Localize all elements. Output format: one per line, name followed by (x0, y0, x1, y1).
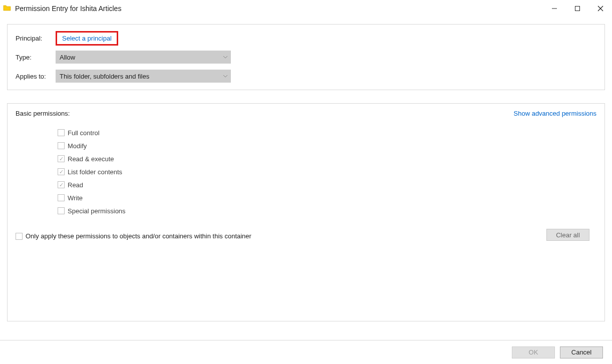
chevron-down-icon (223, 73, 228, 80)
select-principal-link[interactable]: Select a principal (56, 31, 118, 46)
folder-icon (3, 4, 11, 14)
principal-panel: Principal: Select a principal Type: Allo… (7, 24, 605, 90)
permission-label: Read & execute (68, 155, 114, 163)
permission-checkbox[interactable] (58, 181, 65, 188)
applies-to-label: Applies to: (16, 73, 56, 80)
chevron-down-icon (223, 54, 228, 61)
close-button[interactable] (589, 0, 612, 17)
applies-to-value: This folder, subfolders and files (60, 73, 149, 80)
permission-item: Read & execute (58, 152, 596, 165)
permission-label: Full control (68, 129, 100, 137)
permission-checkbox[interactable] (58, 168, 65, 175)
permission-checkbox[interactable] (58, 207, 65, 214)
permission-label: Read (68, 181, 83, 189)
permission-item: Full control (58, 126, 596, 139)
permissions-panel: Basic permissions: Show advanced permiss… (7, 103, 605, 321)
principal-label: Principal: (16, 35, 56, 42)
permission-label: Write (68, 194, 83, 202)
type-label: Type: (16, 54, 56, 61)
permission-checkbox[interactable] (58, 194, 65, 201)
svg-rect-1 (575, 7, 580, 11)
permission-checkbox[interactable] (58, 155, 65, 162)
maximize-button[interactable] (566, 0, 589, 17)
dialog-footer: OK Cancel (0, 340, 612, 364)
permission-item: Modify (58, 139, 596, 152)
permission-item: Write (58, 191, 596, 204)
minimize-button[interactable] (543, 0, 566, 17)
only-apply-checkbox[interactable] (16, 233, 23, 240)
permission-label: List folder contents (68, 168, 122, 176)
permission-label: Special permissions (68, 207, 126, 215)
window-title: Permission Entry for Ishita Articles (15, 5, 121, 13)
show-advanced-permissions-link[interactable]: Show advanced permissions (514, 110, 596, 117)
clear-all-button[interactable]: Clear all (546, 229, 589, 241)
ok-button[interactable]: OK (512, 346, 555, 358)
type-dropdown[interactable]: Allow (56, 51, 231, 64)
applies-to-dropdown[interactable]: This folder, subfolders and files (56, 70, 231, 83)
permission-checkbox[interactable] (58, 142, 65, 149)
permission-label: Modify (68, 142, 87, 150)
window-controls (543, 0, 612, 17)
permission-checkbox[interactable] (58, 129, 65, 136)
permission-item: Read (58, 178, 596, 191)
basic-permissions-header: Basic permissions: (16, 110, 70, 117)
title-bar: Permission Entry for Ishita Articles (0, 0, 612, 17)
cancel-button[interactable]: Cancel (560, 346, 603, 358)
permission-item: Special permissions (58, 204, 596, 217)
permission-item: List folder contents (58, 165, 596, 178)
only-apply-label: Only apply these permissions to objects … (26, 232, 251, 240)
type-value: Allow (60, 54, 75, 61)
